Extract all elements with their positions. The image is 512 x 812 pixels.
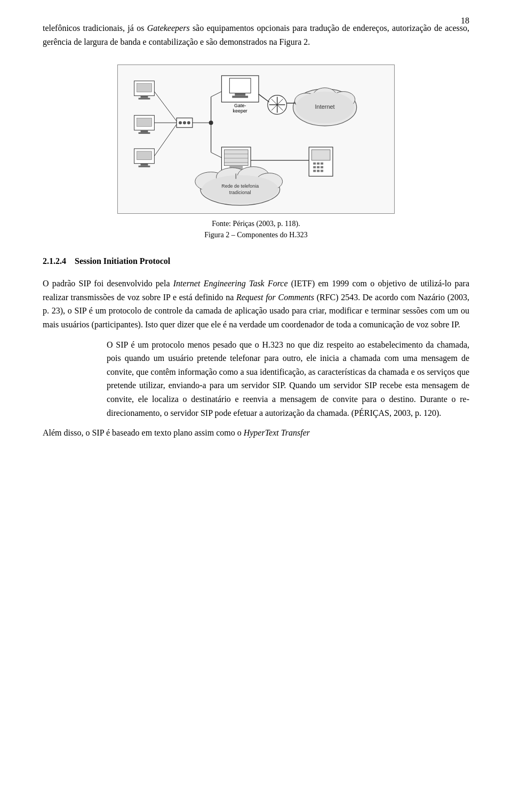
svg-rect-28 — [313, 163, 316, 165]
figure-container: Gate- keeper Internet — [43, 65, 469, 240]
svg-rect-36 — [321, 170, 323, 172]
svg-rect-35 — [317, 170, 319, 172]
paragraph-1: telefônicos tradicionais, já os Gatekeep… — [43, 21, 469, 49]
svg-rect-51 — [141, 130, 148, 132]
svg-rect-33 — [321, 166, 323, 168]
figure-image: Gate- keeper Internet — [117, 65, 395, 214]
svg-rect-48 — [139, 98, 150, 100]
svg-rect-29 — [317, 163, 319, 165]
section-number: 2.1.2.4 — [43, 256, 66, 266]
para1-text-before-italic: telefônicos tradicionais, já os — [43, 23, 147, 33]
svg-rect-47 — [141, 96, 148, 98]
section-heading: 2.1.2.4 Session Initiation Protocol — [43, 256, 469, 266]
svg-text:keeper: keeper — [233, 109, 247, 114]
paragraph-2: O padrão SIP foi desenvolvido pela Inter… — [43, 277, 469, 331]
figure-caption: Fonte: Périças (2003, p. 118). Figura 2 … — [204, 218, 308, 240]
svg-text:Internet: Internet — [315, 104, 335, 110]
svg-rect-21 — [224, 150, 248, 166]
para1-italic: Gatekeepers — [147, 23, 190, 33]
svg-rect-34 — [313, 170, 316, 172]
svg-rect-50 — [137, 118, 152, 126]
para4-italic: HyperText Transfer — [244, 428, 310, 437]
svg-text:Gate-: Gate- — [234, 103, 246, 109]
figure-source: Fonte: Périças (2003, p. 118). — [212, 220, 300, 228]
page-container: 18 telefônicos tradicionais, já os Gatek… — [0, 0, 512, 812]
svg-text:Rede de telefonia: Rede de telefonia — [221, 184, 259, 189]
svg-point-66 — [209, 120, 213, 125]
svg-rect-4 — [232, 96, 248, 98]
svg-rect-54 — [137, 151, 152, 160]
svg-rect-3 — [235, 93, 245, 96]
svg-rect-56 — [139, 166, 150, 167]
svg-rect-52 — [139, 132, 150, 134]
svg-rect-46 — [137, 84, 152, 92]
svg-rect-31 — [313, 166, 316, 168]
section-title: Session Initiation Protocol — [75, 256, 170, 266]
paragraph-3-indented: O SIP é um protocolo menos pesado que o … — [107, 338, 469, 420]
svg-rect-55 — [141, 164, 148, 166]
svg-rect-32 — [317, 166, 319, 168]
para4-before-italic: Além disso, o SIP é baseado em texto pla… — [43, 428, 244, 437]
para2-italic2: Request for Comments — [236, 293, 314, 302]
svg-point-60 — [187, 121, 190, 124]
page-number: 18 — [461, 16, 469, 26]
svg-text:tradicional: tradicional — [229, 190, 251, 195]
svg-rect-30 — [321, 163, 323, 165]
para2-before-italic1: O padrão SIP foi desenvolvido pela — [43, 279, 173, 288]
figure-svg: Gate- keeper Internet — [118, 65, 394, 213]
para2-italic1: Internet Engineering Task Force — [173, 279, 288, 288]
svg-point-59 — [183, 121, 186, 124]
paragraph-4: Além disso, o SIP é baseado em texto pla… — [43, 426, 469, 440]
figure-title: Figura 2 – Componentes do H.323 — [204, 231, 308, 239]
svg-rect-27 — [311, 150, 330, 160]
svg-rect-2 — [229, 78, 251, 93]
svg-point-58 — [179, 121, 182, 124]
